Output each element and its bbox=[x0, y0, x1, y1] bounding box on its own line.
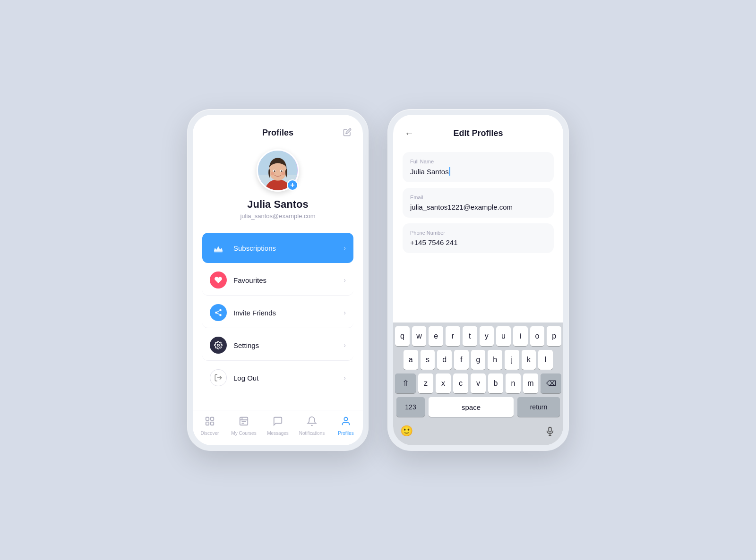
profiles-nav-label: Profiles bbox=[338, 431, 353, 436]
nav-discover[interactable]: Discover bbox=[197, 416, 223, 436]
keyboard: q w e r t y u i o p a s d f g bbox=[393, 322, 563, 445]
svg-point-15 bbox=[219, 314, 222, 316]
nav-messages[interactable]: Messages bbox=[265, 416, 291, 436]
full-name-value[interactable]: Julia Santos bbox=[410, 167, 546, 176]
microphone-key[interactable] bbox=[541, 423, 558, 440]
phone-value: +145 7546 241 bbox=[410, 238, 546, 246]
avatar-add-button[interactable]: + bbox=[287, 179, 298, 191]
avatar-section: + Julia Santos julia_santos@example.com bbox=[193, 145, 363, 229]
subscriptions-label: Subscriptions bbox=[233, 244, 344, 252]
notifications-label: Notifications bbox=[299, 431, 325, 436]
discover-icon bbox=[205, 416, 215, 429]
key-i[interactable]: i bbox=[513, 326, 528, 346]
menu-item-settings[interactable]: Settings › bbox=[202, 330, 353, 361]
heart-icon bbox=[210, 272, 227, 288]
menu-item-subscriptions[interactable]: Subscriptions › bbox=[202, 233, 353, 263]
svg-line-17 bbox=[217, 311, 219, 312]
back-button[interactable]: ← bbox=[404, 128, 414, 139]
form-section: Full Name Julia Santos Email julia_santo… bbox=[393, 146, 563, 322]
key-h[interactable]: h bbox=[488, 350, 502, 370]
key-y[interactable]: y bbox=[480, 326, 494, 346]
svg-rect-23 bbox=[211, 422, 214, 425]
menu-item-favourites[interactable]: Favourites › bbox=[202, 265, 353, 296]
messages-icon bbox=[273, 416, 283, 429]
svg-point-9 bbox=[281, 170, 282, 172]
key-u[interactable]: u bbox=[496, 326, 511, 346]
key-x[interactable]: x bbox=[436, 373, 451, 393]
crown-icon bbox=[210, 239, 227, 256]
profiles-nav-icon bbox=[341, 416, 351, 429]
numbers-key[interactable]: 123 bbox=[396, 397, 425, 417]
keyboard-row-3: ⇧ z x c v b n m ⌫ bbox=[395, 373, 561, 393]
phone-field[interactable]: Phone Number +145 7546 241 bbox=[403, 223, 554, 253]
left-phone-shell: Profiles bbox=[187, 109, 369, 451]
settings-chevron: › bbox=[344, 341, 346, 349]
key-c[interactable]: c bbox=[453, 373, 468, 393]
keyboard-bottom: 🙂 bbox=[395, 421, 561, 443]
key-n[interactable]: n bbox=[506, 373, 521, 393]
discover-label: Discover bbox=[201, 431, 219, 436]
avatar-wrapper[interactable]: + bbox=[257, 149, 299, 192]
key-p[interactable]: p bbox=[547, 326, 561, 346]
svg-point-8 bbox=[274, 170, 275, 172]
svg-rect-30 bbox=[549, 427, 551, 432]
key-f[interactable]: f bbox=[454, 350, 469, 370]
key-v[interactable]: v bbox=[471, 373, 486, 393]
my-courses-label: My Courses bbox=[231, 431, 256, 436]
logout-chevron: › bbox=[344, 374, 346, 382]
key-w[interactable]: w bbox=[412, 326, 427, 346]
key-l[interactable]: l bbox=[538, 350, 553, 370]
shift-key[interactable]: ⇧ bbox=[395, 373, 416, 393]
key-k[interactable]: k bbox=[522, 350, 536, 370]
nav-profiles[interactable]: Profiles bbox=[333, 416, 359, 436]
phone-label: Phone Number bbox=[410, 230, 546, 236]
menu-section: Subscriptions › Favourites › bbox=[193, 229, 363, 410]
svg-point-18 bbox=[217, 344, 220, 347]
key-a[interactable]: a bbox=[404, 350, 418, 370]
edit-profiles-title: Edit Profiles bbox=[420, 128, 537, 138]
svg-point-10 bbox=[271, 172, 274, 175]
edit-header: ← Edit Profiles bbox=[393, 115, 563, 146]
svg-rect-20 bbox=[206, 417, 209, 420]
bottom-nav: Discover My Courses bbox=[193, 410, 363, 445]
key-s[interactable]: s bbox=[421, 350, 435, 370]
emoji-key[interactable]: 🙂 bbox=[398, 423, 415, 440]
menu-item-invite-friends[interactable]: Invite Friends › bbox=[202, 297, 353, 328]
key-r[interactable]: r bbox=[446, 326, 460, 346]
full-name-label: Full Name bbox=[410, 159, 546, 164]
keyboard-row-4: 123 space return bbox=[395, 397, 561, 417]
key-z[interactable]: z bbox=[418, 373, 433, 393]
email-field[interactable]: Email julia_santos1221@example.com bbox=[403, 188, 554, 218]
edit-profile-icon[interactable] bbox=[343, 128, 352, 139]
svg-point-29 bbox=[344, 417, 347, 421]
full-name-field[interactable]: Full Name Julia Santos bbox=[403, 152, 554, 182]
return-key[interactable]: return bbox=[517, 397, 560, 417]
key-b[interactable]: b bbox=[488, 373, 503, 393]
svg-point-11 bbox=[281, 172, 284, 175]
nav-notifications[interactable]: Notifications bbox=[299, 416, 325, 436]
nav-my-courses[interactable]: My Courses bbox=[231, 416, 257, 436]
backspace-key[interactable]: ⌫ bbox=[541, 373, 561, 393]
favourites-label: Favourites bbox=[233, 276, 344, 284]
svg-rect-12 bbox=[214, 251, 223, 252]
key-q[interactable]: q bbox=[395, 326, 410, 346]
settings-label: Settings bbox=[233, 341, 344, 349]
key-g[interactable]: g bbox=[471, 350, 486, 370]
key-e[interactable]: e bbox=[429, 326, 443, 346]
key-t[interactable]: t bbox=[463, 326, 477, 346]
menu-item-logout[interactable]: Log Out › bbox=[202, 363, 353, 393]
keyboard-row-2: a s d f g h j k l bbox=[395, 350, 561, 370]
key-m[interactable]: m bbox=[523, 373, 538, 393]
space-key[interactable]: space bbox=[429, 397, 514, 417]
svg-line-16 bbox=[217, 313, 219, 314]
logout-label: Log Out bbox=[233, 374, 344, 382]
email-value: julia_santos1221@example.com bbox=[410, 203, 546, 211]
key-d[interactable]: d bbox=[437, 350, 452, 370]
key-o[interactable]: o bbox=[530, 326, 545, 346]
logout-icon bbox=[210, 369, 227, 386]
email-label: Email bbox=[410, 195, 546, 200]
svg-point-13 bbox=[219, 309, 222, 312]
key-j[interactable]: j bbox=[505, 350, 519, 370]
profiles-header: Profiles bbox=[193, 115, 363, 145]
notifications-icon bbox=[307, 416, 317, 429]
